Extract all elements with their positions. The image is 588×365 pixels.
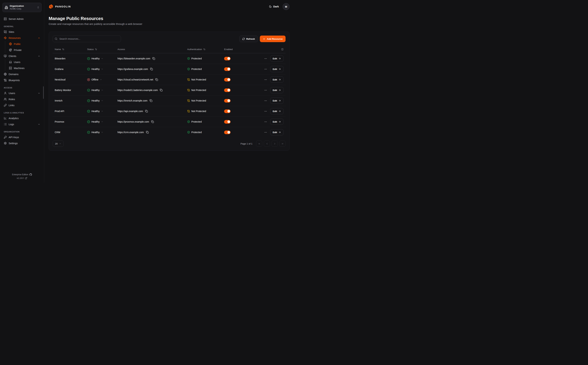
plus-icon: [263, 38, 265, 40]
sidebar-item-logs[interactable]: Logs: [2, 121, 41, 127]
page-size-select[interactable]: 20: [53, 140, 64, 147]
sidebar-item-users[interactable]: Users: [2, 90, 41, 96]
status-dropdown[interactable]: Healthy: [87, 89, 103, 92]
arrow-right-icon: [279, 99, 281, 102]
sort-header-name[interactable]: Name: [55, 48, 87, 51]
combine-icon: [4, 30, 7, 33]
topbar: PANGOLIN Dark M: [49, 0, 289, 13]
enabled-toggle[interactable]: [224, 120, 231, 124]
edit-button[interactable]: Edit: [270, 129, 284, 135]
enabled-toggle[interactable]: [224, 78, 231, 82]
avatar[interactable]: M: [283, 3, 289, 10]
enabled-toggle[interactable]: [224, 131, 231, 134]
enabled-toggle[interactable]: [224, 88, 231, 92]
status-dropdown[interactable]: Healthy: [87, 110, 103, 113]
enabled-toggle[interactable]: [224, 57, 231, 60]
monitor-up-icon: [4, 55, 7, 57]
status-dropdown[interactable]: Healthy: [87, 131, 103, 134]
copy-url-button[interactable]: [149, 99, 153, 102]
copy-url-button[interactable]: [155, 78, 158, 81]
org-switcher[interactable]: Organization ACME Corp.: [2, 3, 41, 12]
brand[interactable]: PANGOLIN: [49, 4, 71, 9]
sidebar-item-server-admin[interactable]: Server Admin: [2, 16, 41, 22]
last-page-button[interactable]: [279, 140, 286, 147]
auth-status: Not Protected: [187, 89, 206, 91]
status-dropdown[interactable]: Healthy: [87, 99, 103, 102]
app-root: Organization ACME Corp. Server Admin GEN…: [0, 0, 294, 182]
sidebar-item-machines[interactable]: Machines: [7, 65, 41, 71]
edit-button[interactable]: Edit: [270, 119, 284, 125]
previous-page-button[interactable]: [264, 140, 270, 147]
sidebar-item-domains[interactable]: Domains: [2, 71, 41, 77]
status-dropdown[interactable]: Offline: [87, 78, 102, 81]
version-link[interactable]: v1.13.0: [0, 177, 44, 179]
theme-toggle-button[interactable]: Dark: [269, 5, 279, 8]
sidebar-item-sites[interactable]: Sites: [2, 29, 41, 35]
shield-check-icon: [187, 131, 190, 134]
sidebar-item-clients[interactable]: Clients: [2, 53, 41, 59]
resources-subnav: Public Private: [5, 41, 41, 53]
section-label-access: ACCESS: [4, 87, 41, 89]
globe-icon: [9, 42, 12, 45]
ellipsis-icon: [264, 131, 267, 134]
more-options-button[interactable]: [264, 131, 267, 134]
copy-url-button[interactable]: [146, 131, 149, 134]
next-page-button[interactable]: [272, 140, 278, 147]
sidebar-scrollbar[interactable]: [43, 86, 44, 99]
server-icon: [4, 17, 7, 20]
resource-url: https://crm.example.com: [117, 131, 144, 134]
section-label-logs-analytics: LOGS & ANALYTICS: [4, 112, 41, 114]
sidebar-item-resources[interactable]: Resources: [2, 35, 41, 41]
ellipsis-icon: [264, 57, 267, 60]
enabled-toggle[interactable]: [224, 109, 231, 113]
status-dropdown[interactable]: Healthy: [87, 120, 103, 123]
sidebar-item-public[interactable]: Public: [7, 41, 41, 47]
resource-url: https://proxmox.example.com: [117, 120, 149, 123]
sort-header-status[interactable]: Status: [87, 48, 117, 51]
edit-button[interactable]: Edit: [270, 98, 284, 104]
enabled-toggle[interactable]: [224, 99, 231, 103]
status-dropdown[interactable]: Healthy: [87, 68, 103, 71]
refresh-button[interactable]: Refresh: [239, 35, 258, 42]
more-options-button[interactable]: [264, 67, 267, 71]
copy-url-button[interactable]: [150, 67, 153, 71]
sort-header-authentication[interactable]: Authentication: [187, 48, 224, 51]
table-row: Proxmox Healthy https://proxmox.example.…: [53, 116, 286, 127]
sidebar-item-analytics[interactable]: Analytics: [2, 115, 41, 121]
sidebar-item-links[interactable]: Links: [2, 102, 41, 108]
sidebar-item-private[interactable]: Private: [7, 47, 41, 53]
resource-url: https://bitwarden.example.com: [117, 57, 150, 60]
edit-button[interactable]: Edit: [270, 56, 284, 62]
more-options-button[interactable]: [264, 99, 267, 103]
enabled-toggle[interactable]: [224, 67, 231, 71]
more-options-button[interactable]: [264, 109, 267, 113]
sidebar-item-api-keys[interactable]: API Keys: [2, 134, 41, 140]
column-visibility-button[interactable]: [281, 48, 283, 50]
sidebar-item-blueprints[interactable]: Blueprints: [2, 77, 41, 83]
search-icon: [55, 37, 57, 40]
edit-button[interactable]: Edit: [270, 108, 284, 114]
circle-check-icon: [87, 110, 90, 113]
more-options-button[interactable]: [264, 78, 267, 82]
add-resource-button[interactable]: Add Resource: [260, 35, 286, 42]
more-options-button[interactable]: [264, 57, 267, 60]
copy-url-button[interactable]: [152, 57, 156, 60]
resource-url: https://grafana.example.com: [117, 68, 148, 70]
sidebar-item-settings[interactable]: Settings: [2, 140, 41, 146]
copy-url-button[interactable]: [145, 109, 148, 113]
search-input[interactable]: [53, 35, 121, 42]
more-options-button[interactable]: [264, 120, 267, 124]
chevron-down-icon: [38, 123, 40, 126]
status-dropdown[interactable]: Healthy: [87, 57, 103, 60]
edition-link[interactable]: Enterprise Edition: [0, 173, 44, 176]
edit-button[interactable]: Edit: [270, 77, 284, 83]
sidebar-item-roles[interactable]: Roles: [2, 96, 41, 102]
edit-button[interactable]: Edit: [270, 87, 284, 93]
resource-name: Prod API: [55, 110, 87, 112]
first-page-button[interactable]: [256, 140, 262, 147]
copy-url-button[interactable]: [159, 88, 163, 92]
copy-url-button[interactable]: [151, 120, 154, 123]
edit-button[interactable]: Edit: [270, 66, 284, 72]
more-options-button[interactable]: [264, 88, 267, 92]
sidebar-item-client-users[interactable]: Users: [7, 59, 41, 65]
